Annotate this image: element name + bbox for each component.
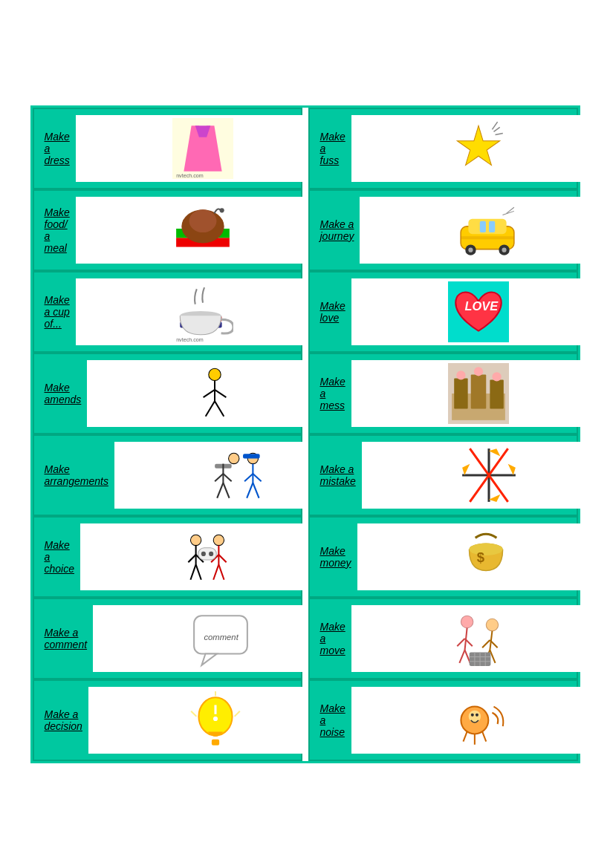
svg-rect-86: [454, 378, 467, 408]
svg-text:$: $: [477, 549, 484, 565]
card-image: [351, 605, 606, 672]
svg-rect-72: [468, 218, 506, 234]
card-label: Make a choice: [40, 539, 74, 575]
svg-rect-59: [212, 739, 219, 745]
svg-point-39: [214, 535, 224, 545]
card-right-7: Make a noise: [308, 679, 578, 761]
card-label: Make a decision: [40, 708, 82, 732]
card-label: Make a mess: [316, 376, 345, 411]
card-right-4: Make a mistake: [308, 434, 578, 516]
card-right-2: Make love LOVE: [308, 271, 578, 353]
card-label: Make a dress: [40, 131, 70, 166]
svg-point-9: [220, 208, 224, 212]
svg-point-126: [469, 710, 481, 722]
svg-rect-77: [461, 236, 514, 239]
svg-point-128: [476, 713, 478, 716]
card-image: [351, 360, 606, 427]
svg-rect-87: [471, 374, 487, 408]
svg-text:LOVE: LOVE: [465, 298, 499, 312]
card-label: Make a mistake: [316, 463, 356, 487]
card-left-6: Make a comment comment: [33, 598, 302, 679]
svg-rect-50: [198, 547, 217, 559]
card-image: LOVE: [351, 278, 606, 345]
left-column: Make a dress nvtech.com Make food/ a mea…: [33, 108, 302, 761]
card-left-1: Make food/ a meal: [33, 189, 302, 271]
svg-text:nvtech.com: nvtech.com: [176, 172, 204, 178]
svg-rect-79: [489, 221, 495, 232]
card-label: Make a noise: [316, 702, 345, 738]
card-label: Make food/ a meal: [40, 206, 70, 254]
card-label: Make a comment: [40, 627, 88, 650]
svg-point-107: [486, 619, 498, 630]
card-label: Make money: [316, 545, 351, 569]
card-left-3: Make amends: [33, 353, 302, 434]
card-left-7: Make a decision: [33, 679, 302, 761]
card-image: [362, 442, 610, 509]
card-label: Make a journey: [316, 218, 354, 242]
card-image: nvtech.com: [76, 278, 331, 345]
svg-point-106: [461, 616, 473, 627]
right-column: Make a fuss Make a journey: [308, 108, 578, 761]
column-divider: [302, 108, 308, 761]
card-right-3: Make a mess: [308, 353, 578, 434]
card-image: [76, 197, 331, 264]
svg-point-89: [457, 371, 466, 379]
card-left-5: Make a choice: [33, 516, 302, 598]
card-label: Make a cup of...: [40, 294, 70, 330]
main-grid: Make a dress nvtech.com Make food/ a mea…: [30, 105, 580, 763]
svg-text:nvtech.com: nvtech.com: [176, 336, 204, 342]
svg-rect-78: [480, 221, 486, 232]
svg-point-16: [209, 368, 221, 380]
card-label: Make love: [316, 300, 345, 324]
card-left-4: Make arrangements: [33, 434, 302, 516]
svg-rect-36: [243, 454, 260, 458]
card-image: [351, 687, 606, 754]
card-right-6: Make a move: [308, 598, 578, 679]
svg-point-61: [213, 716, 218, 720]
card-label: Make a move: [316, 621, 345, 656]
card-right-5: Make money $: [308, 516, 578, 598]
card-left-0: Make a dress nvtech.com: [33, 108, 302, 189]
card-label: Make arrangements: [40, 463, 108, 487]
card-image: nvtech.com: [76, 115, 331, 182]
card-label: Make amends: [40, 382, 82, 405]
svg-text:comment: comment: [204, 633, 239, 642]
svg-point-52: [210, 551, 214, 555]
card-image: [351, 115, 606, 182]
svg-point-75: [468, 247, 473, 252]
svg-point-127: [471, 713, 474, 716]
svg-point-103: [470, 543, 503, 555]
svg-point-91: [493, 372, 502, 381]
svg-point-38: [191, 535, 201, 545]
card-image: [80, 523, 335, 590]
card-right-0: Make a fuss: [308, 108, 578, 189]
svg-point-51: [201, 551, 206, 555]
card-right-1: Make a journey: [308, 189, 578, 271]
card-left-2: Make a cup of... nvtech.com: [33, 271, 302, 353]
card-image: $: [357, 523, 610, 590]
svg-point-8: [189, 209, 217, 232]
svg-point-76: [502, 247, 506, 252]
card-image: [360, 197, 610, 264]
svg-point-23: [229, 453, 239, 463]
page: Make a dress nvtech.com Make food/ a mea…: [0, 0, 610, 868]
svg-point-90: [474, 367, 483, 376]
svg-rect-88: [490, 379, 504, 408]
svg-rect-22: [211, 445, 272, 506]
card-label: Make a fuss: [316, 131, 345, 166]
